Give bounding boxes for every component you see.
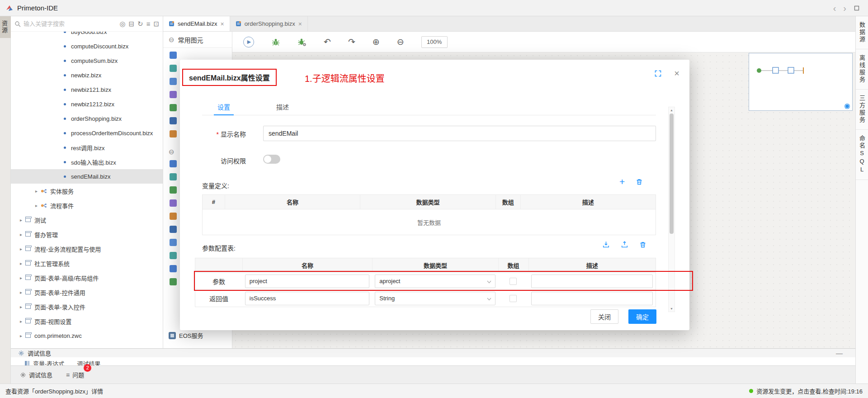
redo-icon[interactable]: ↷ bbox=[348, 38, 355, 46]
palette-item-icon[interactable] bbox=[170, 265, 177, 272]
collapse-all-icon[interactable]: ⊟ bbox=[129, 20, 135, 27]
tree-item-file[interactable]: newbiz121.bizx bbox=[11, 82, 163, 97]
tree-item-folder[interactable]: ▸流程事件 bbox=[11, 198, 163, 213]
debug-subtab-variables[interactable]: 变量-表达式 bbox=[24, 359, 64, 366]
palette-item-icon[interactable] bbox=[170, 226, 177, 233]
tree-item-folder[interactable]: ▸页面-表单-控件通用 bbox=[11, 285, 163, 299]
tree-item-folder[interactable]: ▸流程-业务流程配置与使用 bbox=[11, 242, 163, 256]
tree-item-file[interactable]: processOrderItemDiscount.bizx bbox=[11, 126, 163, 140]
tree-item-folder[interactable]: ▸实体服务 bbox=[11, 184, 163, 198]
palette-item-eos-service[interactable]: EOS服务 bbox=[169, 331, 203, 340]
fullscreen-icon[interactable] bbox=[655, 70, 661, 77]
tab-settings[interactable]: 设置 bbox=[211, 100, 236, 115]
zoom-level-select[interactable]: 100% bbox=[421, 36, 448, 48]
tree-item-folder[interactable]: ▸页面-表单-录入控件 bbox=[11, 299, 163, 314]
zoom-out-icon[interactable]: ⊖ bbox=[397, 38, 404, 46]
palette-item-icon[interactable] bbox=[170, 278, 177, 285]
palette-item-icon[interactable] bbox=[170, 117, 177, 124]
preview-icon[interactable]: ⊡ bbox=[153, 20, 159, 27]
palette-item-icon[interactable] bbox=[170, 130, 177, 137]
tab-close-icon[interactable]: × bbox=[220, 20, 224, 28]
status-right[interactable]: 资源发生变更，点击查看,检查时间:19:16 bbox=[749, 387, 863, 395]
run-icon[interactable]: ▶ bbox=[243, 37, 254, 47]
palette-item-icon[interactable] bbox=[170, 186, 177, 194]
undo-icon[interactable]: ↶ bbox=[324, 38, 331, 46]
palette-item-icon[interactable] bbox=[170, 213, 177, 220]
locate-icon[interactable]: ◎ bbox=[119, 20, 125, 27]
dock-tab-named-sql[interactable]: 命名SQL bbox=[856, 130, 868, 180]
nav-back-icon[interactable]: ‹ bbox=[833, 4, 836, 13]
dock-tab-offline-service[interactable]: 离线服务 bbox=[856, 49, 868, 90]
param-type-select[interactable]: String bbox=[375, 292, 495, 305]
delete-param-icon[interactable] bbox=[639, 241, 646, 248]
param-type-select[interactable]: aproject bbox=[375, 275, 495, 288]
palette-item-icon[interactable] bbox=[170, 160, 177, 167]
tree-item-file[interactable]: buyGood.bizx bbox=[11, 32, 163, 39]
palette-item-icon[interactable] bbox=[170, 104, 177, 111]
param-desc-input[interactable] bbox=[531, 275, 653, 288]
tab-description[interactable]: 描述 bbox=[270, 100, 295, 115]
tree-item-file[interactable]: computeSum.bizx bbox=[11, 53, 163, 68]
param-name-input[interactable] bbox=[245, 292, 369, 305]
tree-item-file[interactable]: rest调用.bizx bbox=[11, 140, 163, 155]
minimap-handle[interactable] bbox=[845, 104, 849, 109]
activity-tab-resources[interactable]: 资源 bbox=[0, 16, 11, 38]
tree-item-folder[interactable]: ▸页面-视图设置 bbox=[11, 314, 163, 328]
refresh-icon[interactable]: ↻ bbox=[137, 20, 143, 27]
close-icon[interactable]: × bbox=[674, 69, 679, 78]
palette-item-icon[interactable] bbox=[170, 252, 177, 259]
confirm-button[interactable]: 确定 bbox=[628, 309, 656, 324]
tree-item-file[interactable]: computeDiscount.bizx bbox=[11, 39, 163, 53]
collapse-group-icon[interactable]: ⊖ bbox=[169, 148, 175, 156]
minimap-panel[interactable] bbox=[749, 53, 853, 111]
palette-item-icon[interactable] bbox=[170, 199, 177, 207]
editor-tab-ordershopping[interactable]: orderShopping.bizx × bbox=[230, 16, 308, 31]
tree-item-folder[interactable]: ▸测试 bbox=[11, 213, 163, 227]
tree-item-file[interactable]: sdo输入输出.bizx bbox=[11, 155, 163, 169]
collapse-group-icon[interactable]: ⊖ bbox=[169, 36, 175, 43]
sort-icon[interactable]: ≡ bbox=[146, 20, 151, 27]
param-array-checkbox[interactable] bbox=[509, 278, 517, 285]
tree-item-file-selected[interactable]: sendEMail.bizx bbox=[11, 169, 163, 184]
debug-config-icon[interactable] bbox=[297, 38, 307, 47]
add-variable-icon[interactable]: + bbox=[619, 178, 625, 185]
tree-item-folder[interactable]: ▸com.primeton.zwc bbox=[11, 328, 163, 343]
palette-item-icon[interactable] bbox=[170, 173, 177, 180]
tree-item-file[interactable]: newbiz1212.bizx bbox=[11, 97, 163, 111]
export-icon[interactable] bbox=[621, 241, 628, 248]
palette-item-icon[interactable] bbox=[170, 91, 177, 98]
tree-item-folder[interactable]: ▸督办管理 bbox=[11, 227, 163, 242]
display-name-input[interactable] bbox=[263, 126, 656, 141]
dialog-scrollbar[interactable]: ▲ ▼ bbox=[668, 107, 675, 312]
delete-variable-icon[interactable] bbox=[636, 178, 643, 185]
window-restore-icon[interactable] bbox=[854, 5, 860, 11]
editor-tab-sendemail[interactable]: sendEMail.bizx × bbox=[163, 16, 230, 31]
tree-item-folder[interactable]: ▸页面-表单-高级/布局组件 bbox=[11, 270, 163, 285]
param-array-checkbox[interactable] bbox=[509, 295, 517, 302]
bottom-tab-problems[interactable]: ≡ 问题 2 bbox=[66, 370, 84, 379]
import-icon[interactable] bbox=[602, 241, 610, 248]
tree-item-file[interactable]: orderShopping.bizx bbox=[11, 111, 163, 126]
close-button[interactable]: 关闭 bbox=[590, 309, 618, 324]
param-name-input[interactable] bbox=[245, 275, 369, 288]
scroll-up-icon[interactable]: ▲ bbox=[669, 107, 675, 113]
palette-item-icon[interactable] bbox=[170, 65, 177, 72]
tree-item-folder[interactable]: ▸社工管理系统 bbox=[11, 256, 163, 270]
palette-item-icon[interactable] bbox=[170, 78, 177, 85]
dock-tab-thirdparty-service[interactable]: 三方服务 bbox=[856, 90, 868, 130]
scrollbar-thumb[interactable] bbox=[670, 114, 674, 234]
zoom-in-icon[interactable]: ⊕ bbox=[373, 38, 380, 46]
debug-panel-header[interactable]: 调试信息 — bbox=[11, 348, 855, 357]
palette-item-icon[interactable] bbox=[170, 239, 177, 246]
access-permission-toggle[interactable] bbox=[263, 155, 280, 164]
nav-forward-icon[interactable]: › bbox=[843, 4, 846, 13]
tab-close-icon[interactable]: × bbox=[298, 20, 302, 28]
param-desc-input[interactable] bbox=[531, 292, 653, 305]
search-input[interactable] bbox=[24, 20, 119, 27]
scroll-down-icon[interactable]: ▼ bbox=[669, 306, 675, 312]
debug-bug-icon[interactable] bbox=[271, 38, 280, 47]
dock-tab-datasource[interactable]: 数据源 bbox=[856, 16, 868, 49]
minimize-icon[interactable]: — bbox=[836, 350, 843, 356]
tree-item-file[interactable]: newbiz.bizx bbox=[11, 68, 163, 82]
bottom-tab-debug[interactable]: 调试信息 bbox=[20, 370, 52, 379]
